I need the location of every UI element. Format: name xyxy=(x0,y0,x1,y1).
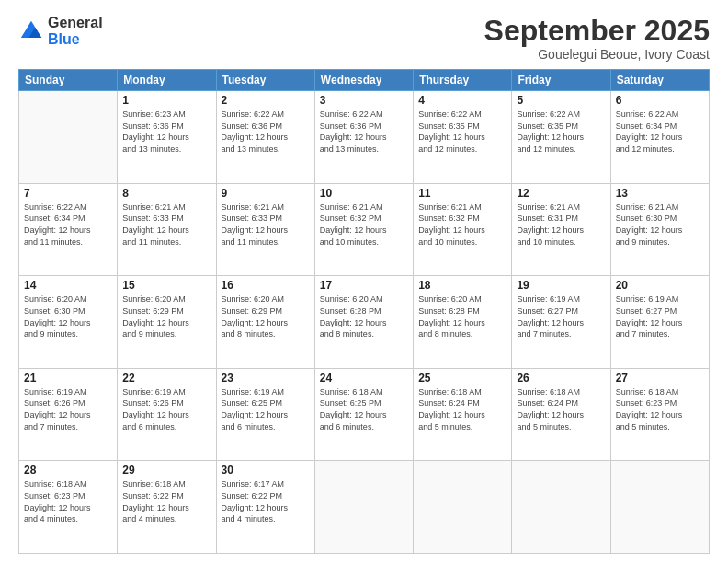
day-number-14: 14 xyxy=(24,279,112,292)
day-info-15: Sunrise: 6:20 AM Sunset: 6:29 PM Dayligh… xyxy=(122,293,210,339)
week-row-5: 28Sunrise: 6:18 AM Sunset: 6:23 PM Dayli… xyxy=(19,461,710,554)
cell-w3-d4: 18Sunrise: 6:20 AM Sunset: 6:28 PM Dayli… xyxy=(414,276,512,369)
day-info-2: Sunrise: 6:22 AM Sunset: 6:36 PM Dayligh… xyxy=(222,109,310,155)
day-info-21: Sunrise: 6:19 AM Sunset: 6:26 PM Dayligh… xyxy=(24,386,112,432)
day-info-4: Sunrise: 6:22 AM Sunset: 6:35 PM Dayligh… xyxy=(418,109,506,155)
day-info-16: Sunrise: 6:20 AM Sunset: 6:29 PM Dayligh… xyxy=(222,293,310,339)
cell-w5-d5 xyxy=(512,461,610,554)
day-number-11: 11 xyxy=(418,187,506,200)
day-info-8: Sunrise: 6:21 AM Sunset: 6:33 PM Dayligh… xyxy=(122,201,210,247)
page-header: General Blue September 2025 Gouelegui Be… xyxy=(18,15,710,62)
day-info-17: Sunrise: 6:20 AM Sunset: 6:28 PM Dayligh… xyxy=(320,293,408,339)
day-info-24: Sunrise: 6:18 AM Sunset: 6:25 PM Dayligh… xyxy=(320,386,408,432)
cell-w2-d6: 13Sunrise: 6:21 AM Sunset: 6:30 PM Dayli… xyxy=(610,183,709,276)
cell-w2-d0: 7Sunrise: 6:22 AM Sunset: 6:34 PM Daylig… xyxy=(19,183,118,276)
day-number-12: 12 xyxy=(517,187,605,200)
day-info-6: Sunrise: 6:22 AM Sunset: 6:34 PM Dayligh… xyxy=(616,109,704,155)
cell-w2-d2: 9Sunrise: 6:21 AM Sunset: 6:33 PM Daylig… xyxy=(216,183,314,276)
day-number-15: 15 xyxy=(122,279,210,292)
day-info-14: Sunrise: 6:20 AM Sunset: 6:30 PM Dayligh… xyxy=(24,293,112,339)
cell-w1-d5: 5Sunrise: 6:22 AM Sunset: 6:35 PM Daylig… xyxy=(512,91,610,184)
day-info-29: Sunrise: 6:18 AM Sunset: 6:22 PM Dayligh… xyxy=(122,478,210,524)
day-number-26: 26 xyxy=(517,372,605,385)
cell-w2-d5: 12Sunrise: 6:21 AM Sunset: 6:31 PM Dayli… xyxy=(512,183,610,276)
cell-w3-d5: 19Sunrise: 6:19 AM Sunset: 6:27 PM Dayli… xyxy=(512,276,610,369)
day-number-30: 30 xyxy=(222,464,310,477)
day-number-22: 22 xyxy=(122,372,210,385)
cell-w4-d6: 27Sunrise: 6:18 AM Sunset: 6:23 PM Dayli… xyxy=(610,368,709,461)
day-number-16: 16 xyxy=(222,279,310,292)
logo-blue-text: Blue xyxy=(48,31,103,48)
day-number-1: 1 xyxy=(122,94,210,107)
day-number-9: 9 xyxy=(222,187,310,200)
day-number-29: 29 xyxy=(122,464,210,477)
col-tuesday: Tuesday xyxy=(216,70,314,91)
col-monday: Monday xyxy=(118,70,216,91)
day-info-3: Sunrise: 6:22 AM Sunset: 6:36 PM Dayligh… xyxy=(320,109,408,155)
day-number-7: 7 xyxy=(24,187,112,200)
cell-w5-d6 xyxy=(610,461,709,554)
day-number-3: 3 xyxy=(320,94,408,107)
day-info-11: Sunrise: 6:21 AM Sunset: 6:32 PM Dayligh… xyxy=(418,201,506,247)
col-wednesday: Wednesday xyxy=(314,70,413,91)
col-thursday: Thursday xyxy=(414,70,512,91)
day-number-24: 24 xyxy=(320,372,408,385)
cell-w2-d4: 11Sunrise: 6:21 AM Sunset: 6:32 PM Dayli… xyxy=(414,183,512,276)
day-info-22: Sunrise: 6:19 AM Sunset: 6:26 PM Dayligh… xyxy=(122,386,210,432)
col-saturday: Saturday xyxy=(610,70,709,91)
day-info-9: Sunrise: 6:21 AM Sunset: 6:33 PM Dayligh… xyxy=(222,201,310,247)
day-number-28: 28 xyxy=(24,464,112,477)
day-number-5: 5 xyxy=(517,94,605,107)
cell-w3-d2: 16Sunrise: 6:20 AM Sunset: 6:29 PM Dayli… xyxy=(216,276,314,369)
day-number-18: 18 xyxy=(418,279,506,292)
day-info-27: Sunrise: 6:18 AM Sunset: 6:23 PM Dayligh… xyxy=(616,386,704,432)
cell-w4-d1: 22Sunrise: 6:19 AM Sunset: 6:26 PM Dayli… xyxy=(118,368,216,461)
day-number-21: 21 xyxy=(24,372,112,385)
day-info-19: Sunrise: 6:19 AM Sunset: 6:27 PM Dayligh… xyxy=(517,293,605,339)
cell-w1-d2: 2Sunrise: 6:22 AM Sunset: 6:36 PM Daylig… xyxy=(216,91,314,184)
day-info-5: Sunrise: 6:22 AM Sunset: 6:35 PM Dayligh… xyxy=(517,109,605,155)
cell-w4-d5: 26Sunrise: 6:18 AM Sunset: 6:24 PM Dayli… xyxy=(512,368,610,461)
day-number-23: 23 xyxy=(222,372,310,385)
day-number-4: 4 xyxy=(418,94,506,107)
calendar-header-row: Sunday Monday Tuesday Wednesday Thursday… xyxy=(19,70,710,91)
calendar-table: Sunday Monday Tuesday Wednesday Thursday… xyxy=(18,69,710,554)
day-info-23: Sunrise: 6:19 AM Sunset: 6:25 PM Dayligh… xyxy=(222,386,310,432)
day-info-13: Sunrise: 6:21 AM Sunset: 6:30 PM Dayligh… xyxy=(616,201,704,247)
day-info-10: Sunrise: 6:21 AM Sunset: 6:32 PM Dayligh… xyxy=(320,201,408,247)
col-sunday: Sunday xyxy=(19,70,118,91)
day-number-17: 17 xyxy=(320,279,408,292)
col-friday: Friday xyxy=(512,70,610,91)
day-number-25: 25 xyxy=(418,372,506,385)
cell-w4-d3: 24Sunrise: 6:18 AM Sunset: 6:25 PM Dayli… xyxy=(314,368,413,461)
day-number-13: 13 xyxy=(616,187,704,200)
title-block: September 2025 Gouelegui Beoue, Ivory Co… xyxy=(484,15,710,62)
cell-w1-d3: 3Sunrise: 6:22 AM Sunset: 6:36 PM Daylig… xyxy=(314,91,413,184)
day-info-26: Sunrise: 6:18 AM Sunset: 6:24 PM Dayligh… xyxy=(517,386,605,432)
week-row-3: 14Sunrise: 6:20 AM Sunset: 6:30 PM Dayli… xyxy=(19,276,710,369)
day-number-2: 2 xyxy=(222,94,310,107)
cell-w1-d4: 4Sunrise: 6:22 AM Sunset: 6:35 PM Daylig… xyxy=(414,91,512,184)
cell-w5-d4 xyxy=(414,461,512,554)
day-number-10: 10 xyxy=(320,187,408,200)
location-subtitle: Gouelegui Beoue, Ivory Coast xyxy=(484,47,710,62)
cell-w4-d0: 21Sunrise: 6:19 AM Sunset: 6:26 PM Dayli… xyxy=(19,368,118,461)
week-row-4: 21Sunrise: 6:19 AM Sunset: 6:26 PM Dayli… xyxy=(19,368,710,461)
cell-w3-d3: 17Sunrise: 6:20 AM Sunset: 6:28 PM Dayli… xyxy=(314,276,413,369)
cell-w5-d2: 30Sunrise: 6:17 AM Sunset: 6:22 PM Dayli… xyxy=(216,461,314,554)
week-row-1: 1Sunrise: 6:23 AM Sunset: 6:36 PM Daylig… xyxy=(19,91,710,184)
cell-w2-d1: 8Sunrise: 6:21 AM Sunset: 6:33 PM Daylig… xyxy=(118,183,216,276)
logo: General Blue xyxy=(18,15,103,47)
day-info-7: Sunrise: 6:22 AM Sunset: 6:34 PM Dayligh… xyxy=(24,201,112,247)
day-number-27: 27 xyxy=(616,372,704,385)
day-number-8: 8 xyxy=(122,187,210,200)
logo-icon xyxy=(18,18,44,44)
day-info-12: Sunrise: 6:21 AM Sunset: 6:31 PM Dayligh… xyxy=(517,201,605,247)
logo-general-text: General xyxy=(48,15,103,31)
cell-w4-d4: 25Sunrise: 6:18 AM Sunset: 6:24 PM Dayli… xyxy=(414,368,512,461)
cell-w3-d6: 20Sunrise: 6:19 AM Sunset: 6:27 PM Dayli… xyxy=(610,276,709,369)
cell-w1-d1: 1Sunrise: 6:23 AM Sunset: 6:36 PM Daylig… xyxy=(118,91,216,184)
day-info-20: Sunrise: 6:19 AM Sunset: 6:27 PM Dayligh… xyxy=(616,293,704,339)
day-number-20: 20 xyxy=(616,279,704,292)
day-number-19: 19 xyxy=(517,279,605,292)
